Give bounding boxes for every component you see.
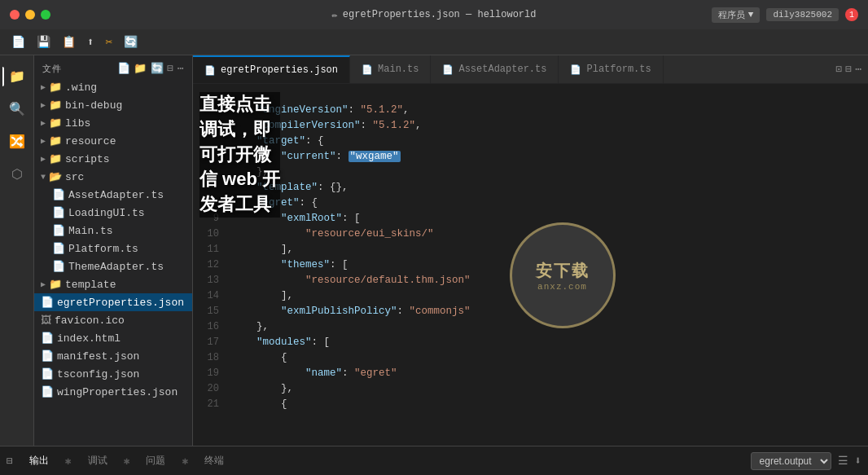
sidebar-item-wing-properties[interactable]: 📄 wingProperties.json xyxy=(34,383,192,401)
notification-button[interactable]: 1 xyxy=(845,8,858,21)
statusbar-tab-output[interactable]: 输出 xyxy=(21,451,57,471)
tab-icon: 📄 xyxy=(362,64,373,75)
main-layout: 📁 🔍 🔀 ⬡ 文件 📄 📁 🔄 ⊟ ⋯ ▶ 📁 .wing xyxy=(0,55,868,446)
sidebar-item-asset-adapter[interactable]: 📄 AssetAdapter.ts xyxy=(34,186,192,204)
line-numbers: 9 10 11 12 13 14 15 16 17 18 19 20 21 xyxy=(193,84,226,446)
sidebar-item-loading-ui[interactable]: 📄 LoadingUI.ts xyxy=(34,204,192,222)
folder-icon: 📁 xyxy=(49,134,62,147)
sidebar: 文件 📄 📁 🔄 ⊟ ⋯ ▶ 📁 .wing ▶ 📁 bin-debug xyxy=(34,55,193,446)
ts-icon: 📄 xyxy=(52,188,65,201)
folder-icon: 📁 xyxy=(49,117,62,130)
sidebar-item-label: tsconfig.json xyxy=(57,368,139,380)
sidebar-item-label: favicon.ico xyxy=(55,314,125,327)
sidebar-item-label: ThemeAdapter.ts xyxy=(68,261,164,273)
sidebar-item-scripts[interactable]: ▶ 📁 scripts xyxy=(34,150,192,168)
sidebar-item-theme-adapter[interactable]: 📄 ThemeAdapter.ts xyxy=(34,257,192,275)
debug-icon[interactable]: ✂ xyxy=(102,33,115,51)
save-icon[interactable]: 💾 xyxy=(33,33,54,51)
code-line: { xyxy=(232,350,868,366)
output-select[interactable]: egret.output xyxy=(751,452,831,470)
sidebar-header: 文件 📄 📁 🔄 ⊟ ⋯ xyxy=(34,55,192,78)
user-role-badge[interactable]: 程序员 ▼ xyxy=(712,7,761,23)
code-line: }, xyxy=(232,381,868,397)
refresh-icon[interactable]: 🔄 xyxy=(151,62,164,75)
tab-egret-properties[interactable]: 📄 egretProperties.json xyxy=(193,55,350,83)
extensions-icon[interactable]: ⬡ xyxy=(2,160,32,189)
titlebar: ✏ egretProperties.json — helloworld 程序员 … xyxy=(0,0,868,29)
sidebar-header-icons: 📄 📁 🔄 ⊟ ⋯ xyxy=(117,62,184,75)
close-button[interactable] xyxy=(10,10,20,20)
tab-icon: 📄 xyxy=(204,65,216,76)
code-editor[interactable]: "engineVersion": "5.1.2", "compilerVersi… xyxy=(226,84,868,446)
tab-label: egretProperties.json xyxy=(221,64,338,76)
username-badge[interactable]: dily3825002 xyxy=(766,8,839,21)
tab-asset-adapter[interactable]: 📄 AssetAdapter.ts xyxy=(431,55,559,83)
code-line: "name": "egret" xyxy=(232,366,868,381)
code-line: "compilerVersion": "5.1.2", xyxy=(232,118,868,134)
window-title: ✏ egretProperties.json — helloworld xyxy=(332,9,537,21)
sidebar-item-wing[interactable]: ▶ 📁 .wing xyxy=(34,78,192,96)
sidebar-item-egret-properties[interactable]: 📄 egretProperties.json xyxy=(34,293,192,311)
sidebar-item-label: Main.ts xyxy=(68,225,113,237)
tab-label: AssetAdapter.ts xyxy=(458,64,546,75)
sidebar-item-bin-debug[interactable]: ▶ 📁 bin-debug xyxy=(34,96,192,114)
sidebar-item-label: libs xyxy=(65,117,90,130)
code-line: "resource/eui_skins/" xyxy=(232,227,868,242)
copy-icon[interactable]: 📋 xyxy=(59,33,79,51)
sidebar-item-main[interactable]: 📄 Main.ts xyxy=(34,222,192,240)
sidebar-item-platform[interactable]: 📄 Platform.ts xyxy=(34,240,192,257)
statusbar-tab-debug[interactable]: 调试 xyxy=(80,451,116,471)
code-line: { xyxy=(232,397,868,412)
ico-icon: 🖼 xyxy=(41,314,51,327)
editor-content: 9 10 11 12 13 14 15 16 17 18 19 20 21 "e… xyxy=(193,84,868,446)
sidebar-item-src[interactable]: ▼ 📂 src xyxy=(34,168,192,186)
tab-icon: 📄 xyxy=(442,64,454,75)
editor-area: 📄 egretProperties.json 📄 Main.ts 📄 Asset… xyxy=(193,55,868,446)
json-icon: 📄 xyxy=(41,296,54,309)
statusbar-tab-terminal[interactable]: 终端 xyxy=(196,451,232,471)
split-editor-icon[interactable]: ⊡ xyxy=(836,63,843,76)
code-line: "template": {}, xyxy=(232,180,868,196)
new-file-icon[interactable]: 📄 xyxy=(8,33,28,51)
sidebar-item-resource[interactable]: ▶ 📁 resource xyxy=(34,132,192,150)
chevron-icon: ▼ xyxy=(41,173,46,182)
run-icon[interactable]: 🔄 xyxy=(121,33,141,51)
new-file-sidebar-icon[interactable]: 📄 xyxy=(117,62,131,75)
chevron-icon: ▶ xyxy=(41,136,46,146)
toggle-panel-icon[interactable]: ⊟ xyxy=(845,63,852,76)
source-control-icon[interactable]: 🔀 xyxy=(2,127,32,156)
search-icon[interactable]: 🔍 xyxy=(2,95,32,124)
explorer-icon[interactable]: 📁 xyxy=(2,62,32,91)
new-folder-icon[interactable]: 📁 xyxy=(134,62,147,75)
sidebar-item-tsconfig[interactable]: 📄 tsconfig.json xyxy=(34,365,192,383)
maximize-button[interactable] xyxy=(41,10,50,20)
filter-icon[interactable]: ☰ xyxy=(838,454,848,468)
tab-platform[interactable]: 📄 Platform.ts xyxy=(559,55,663,83)
file-tree: ▶ 📁 .wing ▶ 📁 bin-debug ▶ 📁 libs ▶ 📁 res… xyxy=(34,78,192,446)
chevron-icon: ▶ xyxy=(41,154,46,164)
statusbar-separator: ✱ xyxy=(182,455,188,468)
code-line: "modules": [ xyxy=(232,335,868,350)
sidebar-item-favicon[interactable]: 🖼 favicon.ico xyxy=(34,311,192,329)
sidebar-item-template[interactable]: ▶ 📁 template xyxy=(34,275,192,293)
sidebar-item-label: template xyxy=(65,279,116,291)
chevron-icon: ▶ xyxy=(41,100,46,110)
tab-main[interactable]: 📄 Main.ts xyxy=(350,55,431,83)
sidebar-item-libs[interactable]: ▶ 📁 libs xyxy=(34,114,192,132)
folder-icon: 📁 xyxy=(49,81,62,94)
scroll-down-icon[interactable]: ⬇ xyxy=(855,454,861,468)
statusbar-tab-problems[interactable]: 问题 xyxy=(138,451,173,471)
main-toolbar: 📄 💾 📋 ⬆ ✂ 🔄 xyxy=(0,29,868,55)
folder-icon: 📂 xyxy=(49,170,62,183)
sidebar-item-index-html[interactable]: 📄 index.html xyxy=(34,329,192,347)
sidebar-item-manifest[interactable]: 📄 manifest.json xyxy=(34,347,192,365)
json-icon: 📄 xyxy=(41,367,54,380)
collapse-icon[interactable]: ⊟ xyxy=(167,62,173,75)
sidebar-item-label: bin-debug xyxy=(65,99,122,112)
json-icon: 📄 xyxy=(41,385,54,398)
more-tabs-icon[interactable]: ⋯ xyxy=(855,63,861,76)
publish-icon[interactable]: ⬆ xyxy=(84,33,97,51)
more-icon[interactable]: ⋯ xyxy=(178,62,184,75)
titlebar-right: 程序员 ▼ dily3825002 1 xyxy=(712,7,858,23)
minimize-button[interactable] xyxy=(25,10,35,20)
